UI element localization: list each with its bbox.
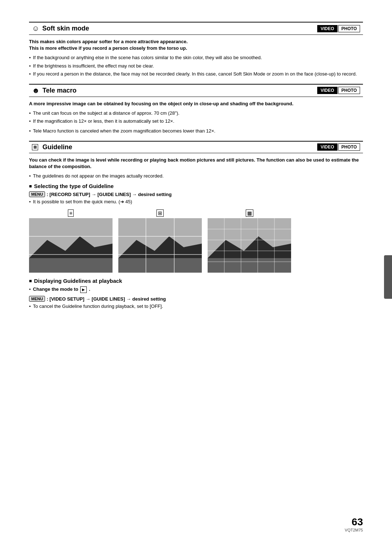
- playback-arrow-box: ▶: [80, 286, 87, 293]
- img1-placeholder: [29, 218, 113, 273]
- tele-macro-badges: VIDEO PHOTO: [317, 87, 360, 94]
- guideline-image-3: ▦: [208, 209, 291, 273]
- menu-button: MENU: [29, 191, 45, 197]
- selecting-subsection-title: Selecting the type of Guideline: [29, 183, 363, 189]
- img3-placeholder: [208, 218, 291, 273]
- list-item: Tele Macro function is canceled when the…: [29, 128, 363, 134]
- sidebar-tab: [384, 255, 392, 299]
- soft-skin-mode-title: Soft skin mode: [42, 25, 89, 32]
- tele-macro-header-left: ☻ Tele macro: [32, 86, 77, 95]
- img1-label: ≡: [68, 209, 74, 217]
- change-mode-text: Change the mode to ▶ .: [33, 286, 90, 293]
- page-number: 63: [345, 516, 363, 528]
- list-item: The unit can focus on the subject at a d…: [29, 110, 363, 117]
- svg-rect-14: [208, 258, 291, 273]
- guideline-title: Guideline: [42, 143, 72, 151]
- displaying-subsection-title: Displaying Guidelines at playback: [29, 278, 363, 284]
- svg-rect-7: [118, 258, 202, 273]
- soft-skin-icon: ☺: [32, 24, 39, 33]
- img3-label: ▦: [246, 209, 253, 217]
- tele-macro-extra-bullets: Tele Macro function is canceled when the…: [29, 128, 363, 134]
- soft-skin-bullets: If the background or anything else in th…: [29, 54, 363, 77]
- guideline-photo-badge: PHOTO: [338, 143, 360, 151]
- soft-skin-mode-badges: VIDEO PHOTO: [317, 25, 360, 32]
- selecting-menu-instruction: MENU : [RECORD SETUP] → [GUIDE LINES] → …: [29, 191, 363, 197]
- tele-macro-video-badge: VIDEO: [317, 87, 337, 94]
- list-item: Change the mode to ▶ .: [29, 286, 363, 293]
- soft-skin-photo-badge: PHOTO: [338, 25, 360, 32]
- playback-cancel-note: To cancel the Guideline function during …: [29, 303, 363, 310]
- guideline-icon-2: ⊞: [156, 209, 164, 217]
- list-item: If you record a person in the distance, …: [29, 71, 363, 77]
- guideline-header: ⊞ Guideline VIDEO PHOTO: [29, 141, 363, 153]
- soft-skin-intro: This makes skin colors appear softer for…: [29, 38, 363, 52]
- change-mode-bullet: Change the mode to ▶ .: [29, 286, 363, 293]
- guideline-icon-1: ≡: [68, 209, 74, 217]
- list-item: To cancel the Guideline function during …: [29, 303, 363, 310]
- img2-label: ⊞: [156, 209, 164, 217]
- tele-macro-bullets: The unit can focus on the subject at a d…: [29, 110, 363, 125]
- svg-rect-2: [29, 258, 113, 273]
- tele-macro-photo-badge: PHOTO: [338, 87, 360, 94]
- guideline-image-1: ≡: [29, 209, 113, 273]
- soft-skin-mode-header-left: ☺ Soft skin mode: [32, 24, 89, 33]
- selecting-notes: It is possible to set from the quick men…: [29, 199, 363, 205]
- tele-macro-header: ☻ Tele macro VIDEO PHOTO: [29, 84, 363, 97]
- soft-skin-mode-header: ☺ Soft skin mode VIDEO PHOTO: [29, 22, 363, 35]
- tele-macro-intro: A more impressive image can be obtained …: [29, 101, 363, 107]
- guideline-video-badge: VIDEO: [317, 143, 337, 151]
- guideline-notes: The guidelines do not appear on the imag…: [29, 173, 363, 179]
- guideline-icon-3: ▦: [246, 209, 253, 217]
- playback-menu-instruction: MENU : [VIDEO SETUP] → [GUIDE LINES] → d…: [29, 296, 363, 302]
- guideline-intro: You can check if the image is level whil…: [29, 157, 363, 170]
- guideline-badges: VIDEO PHOTO: [317, 143, 360, 151]
- soft-skin-mode-section: ☺ Soft skin mode VIDEO PHOTO This makes …: [29, 22, 363, 77]
- guideline-header-left: ⊞ Guideline: [32, 143, 72, 151]
- tele-macro-icon: ☻: [32, 86, 40, 95]
- list-item: The guidelines do not appear on the imag…: [29, 173, 363, 179]
- guideline-images-row: ≡ ⊞: [29, 209, 363, 273]
- soft-skin-video-badge: VIDEO: [317, 25, 337, 32]
- guideline-icon: ⊞: [32, 144, 38, 150]
- menu-button-2: MENU: [29, 296, 45, 302]
- tele-macro-title: Tele macro: [42, 87, 77, 94]
- guideline-section: ⊞ Guideline VIDEO PHOTO You can check if…: [29, 141, 363, 310]
- list-item: If the magnification is 12× or less, the…: [29, 118, 363, 125]
- list-item: If the background or anything else in th…: [29, 54, 363, 61]
- list-item: It is possible to set from the quick men…: [29, 199, 363, 205]
- page-footer: 63 VQT2M75: [345, 516, 363, 532]
- guideline-image-2: ⊞: [118, 209, 202, 273]
- list-item: If the brightness is insufficient, the e…: [29, 63, 363, 69]
- img2-placeholder: [118, 218, 202, 273]
- tele-macro-section: ☻ Tele macro VIDEO PHOTO A more impressi…: [29, 84, 363, 134]
- page-code: VQT2M75: [345, 528, 363, 532]
